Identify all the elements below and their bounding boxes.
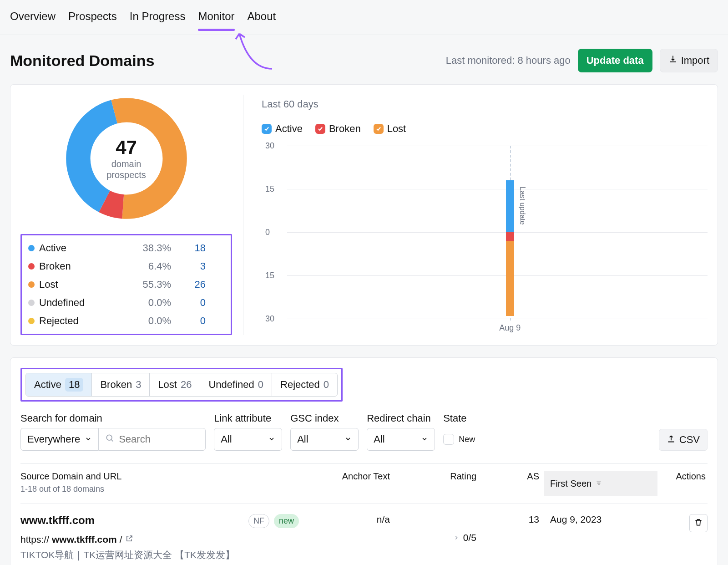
status-tab-active[interactable]: Active 18 bbox=[26, 373, 92, 396]
redirect-select[interactable]: All bbox=[367, 428, 435, 451]
dot-icon bbox=[28, 281, 35, 288]
export-csv-button[interactable]: CSV bbox=[659, 429, 708, 451]
status-tab-undefined[interactable]: Undefined 0 bbox=[200, 373, 272, 396]
series-legend: Active Broken Lost bbox=[262, 123, 708, 135]
row-as: 13 bbox=[489, 514, 544, 561]
donut-count: 47 bbox=[106, 137, 146, 158]
gsc-value: All bbox=[297, 433, 308, 445]
col-rating[interactable]: Rating bbox=[403, 471, 489, 482]
bar-active bbox=[506, 180, 514, 232]
legend-row-rejected[interactable]: Rejected 0.0% 0 bbox=[28, 312, 224, 330]
delete-button[interactable] bbox=[689, 514, 708, 532]
bar-lost bbox=[506, 241, 514, 316]
col-source[interactable]: Source Domain and URL bbox=[20, 471, 312, 482]
link-attr-label: Link attribute bbox=[214, 412, 282, 424]
y-tick: 15 bbox=[265, 184, 274, 194]
legend-val: 26 bbox=[178, 279, 206, 290]
link-attr-value: All bbox=[221, 433, 232, 445]
search-scope-value: Everywhere bbox=[27, 433, 80, 445]
status-tab-label: Broken bbox=[100, 379, 132, 391]
chart-title: Last 60 days bbox=[262, 95, 708, 123]
status-tab-count: 0 bbox=[258, 379, 263, 391]
legend-pct: 0.0% bbox=[124, 297, 178, 309]
col-anchor[interactable]: Anchor Text bbox=[312, 471, 403, 482]
status-tab-label: Active bbox=[34, 379, 61, 391]
legend-row-active[interactable]: Active 38.3% 18 bbox=[28, 239, 224, 257]
legend-label: Lost bbox=[39, 279, 58, 290]
bar-chart: 30 15 0 15 30 Last update Aug 9 bbox=[287, 146, 708, 319]
series-toggle-broken[interactable]: Broken bbox=[315, 123, 361, 135]
donut-sub1: domain bbox=[106, 158, 146, 169]
tab-prospects[interactable]: Prospects bbox=[68, 10, 117, 29]
tab-about[interactable]: About bbox=[248, 10, 276, 29]
status-tab-count: 18 bbox=[65, 378, 83, 392]
page-title: Monitored Domains bbox=[10, 52, 154, 70]
tab-in-progress[interactable]: In Progress bbox=[130, 10, 186, 29]
donut-column: 47 domain prospects Active 38.3% 18 Brok… bbox=[20, 95, 243, 335]
domains-table: Source Domain and URL 1-18 out of 18 dom… bbox=[20, 463, 708, 561]
donut-chart: 47 domain prospects bbox=[63, 95, 190, 222]
col-first-seen[interactable]: First Seen bbox=[544, 471, 657, 496]
link-attr-select[interactable]: All bbox=[214, 428, 282, 451]
row-anchor: n/a bbox=[312, 514, 403, 561]
filters-row: Search for domain Everywhere Link attrib… bbox=[20, 412, 708, 451]
y-tick: 30 bbox=[265, 314, 274, 324]
chevron-down-icon bbox=[344, 433, 352, 445]
legend-pct: 55.3% bbox=[124, 279, 178, 290]
checkbox-icon bbox=[315, 124, 325, 134]
series-toggle-lost[interactable]: Lost bbox=[374, 123, 406, 135]
dot-icon bbox=[28, 318, 35, 324]
col-as[interactable]: AS bbox=[489, 471, 544, 482]
import-button-label: Import bbox=[681, 55, 709, 66]
gsc-select[interactable]: All bbox=[290, 428, 359, 451]
trash-icon bbox=[694, 518, 703, 529]
tab-overview[interactable]: Overview bbox=[10, 10, 56, 29]
search-icon bbox=[105, 433, 114, 445]
status-tab-label: Undefined bbox=[208, 379, 254, 391]
status-tab-rejected[interactable]: Rejected 0 bbox=[272, 373, 337, 396]
series-label: Lost bbox=[387, 123, 406, 135]
status-tab-lost[interactable]: Lost 26 bbox=[150, 373, 200, 396]
badge-new: new bbox=[274, 514, 299, 528]
legend-label: Active bbox=[39, 242, 66, 254]
legend-row-undefined[interactable]: Undefined 0.0% 0 bbox=[28, 294, 224, 312]
checkbox-icon bbox=[262, 124, 272, 134]
sort-icon bbox=[595, 478, 602, 489]
state-label: State bbox=[443, 412, 475, 424]
csv-label: CSV bbox=[679, 434, 700, 446]
upload-icon bbox=[667, 434, 676, 446]
status-tab-broken[interactable]: Broken 3 bbox=[92, 373, 150, 396]
row-rating: 0/5 bbox=[463, 532, 476, 543]
bar-broken bbox=[506, 232, 514, 241]
state-new-checkbox[interactable] bbox=[443, 434, 454, 445]
donut-sub2: prospects bbox=[106, 169, 146, 180]
chevron-down-icon bbox=[85, 433, 92, 445]
legend-pct: 0.0% bbox=[124, 315, 178, 327]
tab-monitor[interactable]: Monitor bbox=[198, 10, 234, 29]
legend-label: Undefined bbox=[39, 297, 85, 309]
gsc-label: GSC index bbox=[290, 412, 359, 424]
download-icon bbox=[668, 55, 677, 66]
last-monitored-text: Last monitored: 8 hours ago bbox=[446, 55, 571, 66]
import-button[interactable]: Import bbox=[660, 49, 718, 72]
checkbox-icon bbox=[374, 124, 384, 134]
legend-row-lost[interactable]: Lost 55.3% 26 bbox=[28, 275, 224, 294]
col-actions: Actions bbox=[657, 471, 708, 482]
col-first-seen-label: First Seen bbox=[550, 478, 592, 489]
row-rating-cell[interactable]: 0/5 bbox=[403, 514, 489, 561]
search-scope-select[interactable]: Everywhere bbox=[20, 428, 98, 451]
legend-row-broken[interactable]: Broken 6.4% 3 bbox=[28, 257, 224, 275]
legend-val: 3 bbox=[178, 260, 206, 272]
search-input[interactable] bbox=[119, 433, 199, 445]
y-tick: 30 bbox=[265, 141, 274, 151]
row-page-title: TIKTOK导航｜TK运营网址资源大全 【TK发发发】 bbox=[20, 549, 312, 561]
search-input-wrap[interactable] bbox=[98, 428, 206, 451]
legend-label: Broken bbox=[39, 260, 71, 272]
external-link-icon bbox=[125, 534, 133, 545]
chart-column: Last 60 days Active Broken Lost 30 15 0 bbox=[243, 95, 708, 335]
status-tab-label: Lost bbox=[158, 379, 177, 391]
row-url[interactable]: https://www.tkfff.com/ bbox=[20, 534, 312, 545]
series-toggle-active[interactable]: Active bbox=[262, 123, 303, 135]
y-tick: 0 bbox=[265, 228, 270, 237]
update-data-button[interactable]: Update data bbox=[578, 49, 652, 72]
